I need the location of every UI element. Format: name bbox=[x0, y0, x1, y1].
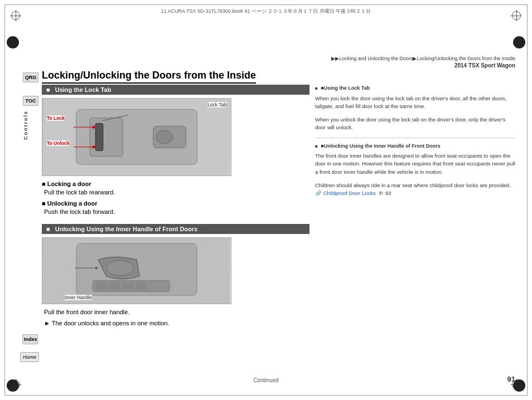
inner-handle-label-text: Inner Handle bbox=[65, 295, 92, 300]
index-btn-inner[interactable]: Index bbox=[22, 334, 38, 344]
right-section1-title: ■Using the Lock Tab bbox=[315, 85, 515, 92]
svg-rect-2 bbox=[90, 118, 123, 157]
to-unlock-text: To Unlock bbox=[47, 140, 69, 146]
right-section1-para2: When you unlock the door using the lock … bbox=[315, 116, 515, 132]
section1-instructions: Locking a door Pull the lock tab rearwar… bbox=[42, 181, 309, 224]
file-metadata: 11 ACURA TSX 5D-31TL76300.book 91 ページ ２０… bbox=[28, 8, 504, 15]
locking-body: Pull the lock tab rearward. bbox=[42, 189, 309, 196]
childproof-link[interactable]: Childproof Door Locks bbox=[323, 190, 378, 196]
page-title-text: Locking/Unlocking the Doors from the Ins… bbox=[42, 70, 256, 81]
file-info-text: 11 ACURA TSX 5D-31TL76300.book 91 ページ ２０… bbox=[161, 8, 371, 14]
right-section2-para1: The front door inner handles are designe… bbox=[315, 152, 515, 176]
lock-tab-label-text: Lock Tab bbox=[207, 102, 226, 108]
left-column: ■ Using the Lock Tab bbox=[42, 85, 309, 372]
right-section2-title-text: ■Unlocking Using the Inner Handle of Fro… bbox=[321, 143, 440, 149]
lock-tab-label: Lock Tab bbox=[207, 102, 226, 108]
right-s1-p2-text: When you unlock the door using the lock … bbox=[315, 116, 506, 130]
index-button[interactable]: Index bbox=[22, 334, 38, 344]
lock-tab-svg bbox=[42, 99, 231, 175]
svg-rect-16 bbox=[109, 282, 120, 290]
home-label: Home bbox=[23, 354, 36, 360]
to-lock-text: To Lock bbox=[47, 115, 65, 121]
controls-label: Controls bbox=[23, 110, 28, 140]
svg-rect-15 bbox=[96, 282, 107, 290]
unlocking-title: Unlocking a door bbox=[42, 200, 309, 207]
section2-header-text: Unlocking Using the Inner Handle of Fron… bbox=[55, 226, 197, 232]
section2-body1: Pull the front door inner handle. bbox=[42, 309, 309, 315]
home-button[interactable]: Home bbox=[20, 352, 39, 362]
lock-tab-image: Lock Tab To Lock To Unlock bbox=[42, 98, 231, 176]
page-number-text: 91 bbox=[507, 375, 515, 383]
right-section2-title: ■Unlocking Using the Inner Handle of Fro… bbox=[315, 143, 515, 150]
section2-header-marker: ■ bbox=[46, 226, 50, 232]
toc-label: TOC bbox=[26, 98, 36, 104]
to-lock-label: To Lock bbox=[47, 115, 65, 121]
right-section1-title-text: ■Using the Lock Tab bbox=[321, 85, 370, 91]
continued-text: Continued bbox=[0, 377, 532, 383]
breadcrumb: ▶▶Locking and Unlocking the Doors▶Lockin… bbox=[42, 56, 515, 61]
link-icon: 🔗 bbox=[315, 190, 322, 196]
toc-section: TOC Controls bbox=[23, 96, 38, 140]
section1-header-text: Using the Lock Tab bbox=[55, 86, 112, 93]
section2-instructions: Pull the front door inner handle. The do… bbox=[42, 309, 309, 334]
right-s1-p1-text: When you lock the door using the lock ta… bbox=[315, 95, 506, 109]
inner-handle-label: Inner Handle bbox=[65, 295, 92, 300]
svg-rect-18 bbox=[136, 282, 147, 290]
right-s2-p1-text: The front door inner handles are designe… bbox=[315, 153, 515, 175]
qrg-label: QRG bbox=[25, 75, 37, 80]
qrg-button[interactable]: QRG bbox=[23, 72, 38, 82]
page-number: 91 bbox=[507, 375, 515, 383]
main-content: ■ Using the Lock Tab bbox=[42, 85, 515, 372]
right-section1-para1: When you lock the door using the lock ta… bbox=[315, 95, 515, 111]
link-text: Childproof Door Locks bbox=[323, 190, 376, 196]
right-column: ■Using the Lock Tab When you lock the do… bbox=[315, 85, 515, 372]
link-page: P. 93 bbox=[379, 190, 391, 196]
to-unlock-label: To Unlock bbox=[47, 140, 69, 146]
inner-handle-svg bbox=[42, 238, 231, 304]
right-section2-para2: Children should always ride in a rear se… bbox=[315, 182, 515, 198]
right-s2-p2-text: Children should always ride in a rear se… bbox=[315, 182, 511, 188]
continued-label: Continued bbox=[253, 377, 279, 383]
breadcrumb-text: ▶▶Locking and Unlocking the Doors▶Lockin… bbox=[331, 56, 515, 61]
car-model: 2014 TSX Sport Wagon bbox=[454, 62, 515, 69]
unlocking-body: Push the lock tab forward. bbox=[42, 208, 309, 215]
section1-header: ■ Using the Lock Tab bbox=[42, 85, 309, 95]
index-label: Index bbox=[24, 336, 37, 342]
locking-title: Locking a door bbox=[42, 181, 309, 187]
svg-rect-3 bbox=[95, 123, 103, 150]
section2-sub1: The door unlocks and opens in one motion… bbox=[42, 320, 309, 326]
page-title: Locking/Unlocking the Doors from the Ins… bbox=[42, 70, 256, 84]
svg-point-5 bbox=[156, 130, 173, 144]
left-sidebar: QRG TOC Controls bbox=[22, 72, 39, 140]
svg-rect-17 bbox=[122, 282, 133, 290]
svg-point-13 bbox=[107, 260, 134, 276]
inner-handle-image: Inner Handle bbox=[42, 237, 231, 304]
toc-button[interactable]: TOC bbox=[23, 96, 38, 106]
section1-header-marker: ■ bbox=[46, 86, 50, 93]
section2-header: ■ Unlocking Using the Inner Handle of Fr… bbox=[42, 224, 309, 234]
right-divider bbox=[315, 138, 515, 138]
car-model-text: 2014 TSX Sport Wagon bbox=[454, 62, 515, 69]
